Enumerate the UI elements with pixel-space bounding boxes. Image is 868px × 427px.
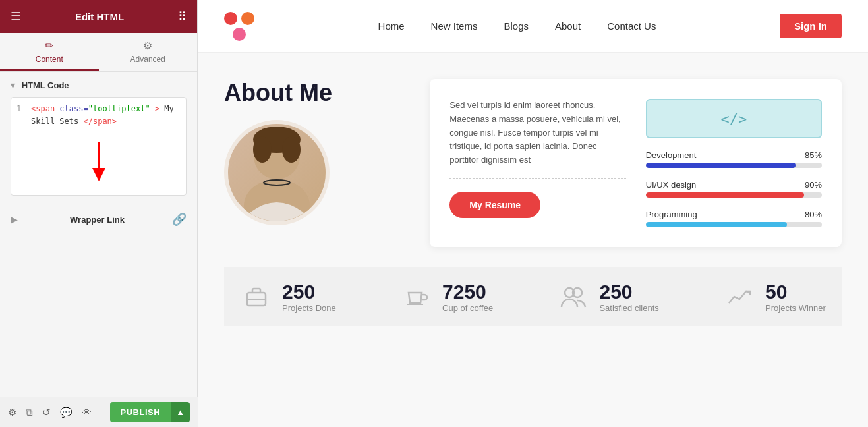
comment-icon[interactable]: 💬 xyxy=(60,407,72,418)
skill-programming: Programming 80% xyxy=(646,210,822,227)
code-line-1: 1 <span class="tooltiptext" > My Skill S… xyxy=(16,103,181,128)
stat-winner: 50 Projects Winner xyxy=(723,280,826,313)
content-tab-label: Content xyxy=(36,55,63,64)
advanced-tab-icon: ⚙ xyxy=(143,40,152,52)
publish-button[interactable]: PUBLISH xyxy=(110,402,171,422)
code-icon: </> xyxy=(720,111,747,127)
advanced-tab-label: Advanced xyxy=(130,55,165,64)
settings-icon[interactable]: ⚙ xyxy=(8,407,16,418)
skill-prog-bar xyxy=(646,222,822,227)
nav-links: Home New Items Blogs About Contact Us xyxy=(378,20,656,32)
stat-divider-1 xyxy=(368,280,368,313)
panel-header: ☰ Edit HTML ⠿ xyxy=(0,0,197,33)
stat-projects-text: 250 Projects Done xyxy=(282,281,336,313)
link-globe-icon: 🔗 xyxy=(172,212,187,227)
wrapper-link-section[interactable]: ▶ Wrapper Link 🔗 xyxy=(0,204,197,235)
skill-uiux: UI/UX design 90% xyxy=(646,180,822,198)
skill-dev-fill xyxy=(646,163,796,168)
chart-icon xyxy=(723,280,756,313)
left-panel: ☰ Edit HTML ⠿ ✏ Content ⚙ Advanced ▾ HTM… xyxy=(0,0,198,427)
html-code-header[interactable]: ▾ HTML Code xyxy=(11,80,187,90)
grid-icon[interactable]: ⠿ xyxy=(178,9,187,24)
history-icon[interactable]: ↺ xyxy=(42,407,51,418)
skill-ui-percent: 90% xyxy=(805,180,822,190)
stat-winner-label: Projects Winner xyxy=(765,303,826,313)
logo-dot-red xyxy=(224,12,237,25)
skill-prog-fill xyxy=(646,222,787,227)
eye-icon[interactable]: 👁 xyxy=(82,407,92,418)
tab-content[interactable]: ✏ Content xyxy=(0,33,99,71)
panel-tabs: ✏ Content ⚙ Advanced xyxy=(0,33,197,72)
stat-projects-number: 250 xyxy=(282,281,336,303)
code-content: <span class="tooltiptext" > My Skill Set… xyxy=(31,103,181,128)
publish-group: PUBLISH ▲ xyxy=(110,402,190,422)
about-title: About Me xyxy=(224,79,410,107)
logo-top-row xyxy=(224,12,254,25)
stat-divider-2 xyxy=(525,280,525,313)
layers-icon[interactable]: ⧉ xyxy=(26,407,33,418)
nav-blogs[interactable]: Blogs xyxy=(504,20,529,32)
about-card: Sed vel turpis id enim laoreet rhoncus. … xyxy=(430,79,842,247)
skill-dev-percent: 85% xyxy=(805,150,822,160)
person-avatar-svg xyxy=(231,120,323,225)
my-resume-button[interactable]: My Resume xyxy=(449,192,540,218)
stat-projects-label: Projects Done xyxy=(282,303,336,313)
line-number: 1 xyxy=(16,103,26,128)
logo-dot-orange xyxy=(241,12,254,25)
signin-button[interactable]: Sign In xyxy=(780,14,842,38)
stats-row: 250 Projects Done 7250 Cup of coffee xyxy=(224,267,842,326)
stat-clients: 250 Satisfied clients xyxy=(557,280,658,313)
skill-development: Development 85% xyxy=(646,150,822,168)
logo-dot-pink xyxy=(233,28,246,41)
skill-ui-header: UI/UX design 90% xyxy=(646,180,822,190)
navbar: Home New Items Blogs About Contact Us Si… xyxy=(198,0,868,53)
hamburger-icon[interactable]: ☰ xyxy=(11,9,21,24)
skill-prog-percent: 80% xyxy=(805,210,822,219)
nav-contact[interactable]: Contact Us xyxy=(607,20,656,32)
skill-dev-label: Development xyxy=(646,150,697,160)
skill-dev-header: Development 85% xyxy=(646,150,822,160)
wrapper-link-right: 🔗 xyxy=(172,212,187,227)
svg-point-6 xyxy=(282,136,301,163)
red-arrow-indicator xyxy=(16,138,181,185)
coffee-icon xyxy=(400,280,433,313)
html-code-label: ▾ HTML Code xyxy=(11,80,69,90)
skill-ui-bar xyxy=(646,192,822,198)
svg-point-5 xyxy=(253,136,272,163)
code-icon-box: </> xyxy=(646,99,822,138)
stat-projects-done: 250 Projects Done xyxy=(240,280,336,313)
skill-ui-fill xyxy=(646,192,805,198)
bottom-toolbar: ⚙ ⧉ ↺ 💬 👁 PUBLISH ▲ xyxy=(0,397,198,427)
stat-divider-3 xyxy=(691,280,691,313)
tab-advanced[interactable]: ⚙ Advanced xyxy=(99,33,198,71)
nav-about[interactable]: About xyxy=(555,20,581,32)
stat-clients-number: 250 xyxy=(599,281,658,303)
about-left: About Me xyxy=(224,79,410,225)
briefcase-icon xyxy=(240,280,273,313)
wrapper-link-arrow: ▶ xyxy=(11,215,17,225)
stat-clients-text: 250 Satisfied clients xyxy=(599,281,658,313)
nav-new-items[interactable]: New Items xyxy=(431,20,478,32)
stat-winner-text: 50 Projects Winner xyxy=(765,281,826,313)
person-photo xyxy=(224,120,330,225)
about-description: Sed vel turpis id enim laoreet rhoncus. … xyxy=(449,99,625,179)
skill-prog-header: Programming 80% xyxy=(646,210,822,219)
content-tab-icon: ✏ xyxy=(45,40,53,52)
stat-coffee-number: 7250 xyxy=(442,281,493,303)
clients-icon xyxy=(557,280,590,313)
nav-home[interactable]: Home xyxy=(378,20,405,32)
main-content: About Me xyxy=(198,53,868,427)
stat-winner-number: 50 xyxy=(765,281,826,303)
stat-coffee-label: Cup of coffee xyxy=(442,303,493,313)
red-arrow-svg xyxy=(89,138,109,185)
panel-title: Edit HTML xyxy=(75,11,124,22)
publish-dropdown-button[interactable]: ▲ xyxy=(171,402,190,422)
html-code-section: ▾ HTML Code 1 <span class="tooltiptext" … xyxy=(0,72,197,204)
logo xyxy=(224,12,254,41)
logo-bottom-row xyxy=(224,28,254,41)
stat-coffee: 7250 Cup of coffee xyxy=(400,280,493,313)
right-content: Home New Items Blogs About Contact Us Si… xyxy=(198,0,868,427)
code-editor[interactable]: 1 <span class="tooltiptext" > My Skill S… xyxy=(11,97,187,196)
skill-ui-label: UI/UX design xyxy=(646,180,697,190)
stat-coffee-text: 7250 Cup of coffee xyxy=(442,281,493,313)
